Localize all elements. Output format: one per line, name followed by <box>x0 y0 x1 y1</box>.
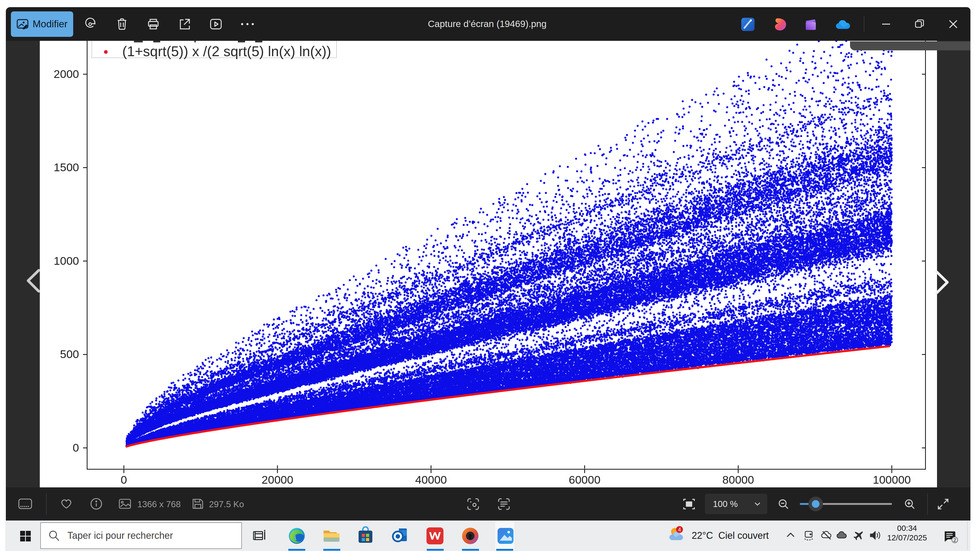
svg-text:4: 4 <box>678 527 681 532</box>
svg-text:2: 2 <box>953 537 956 543</box>
